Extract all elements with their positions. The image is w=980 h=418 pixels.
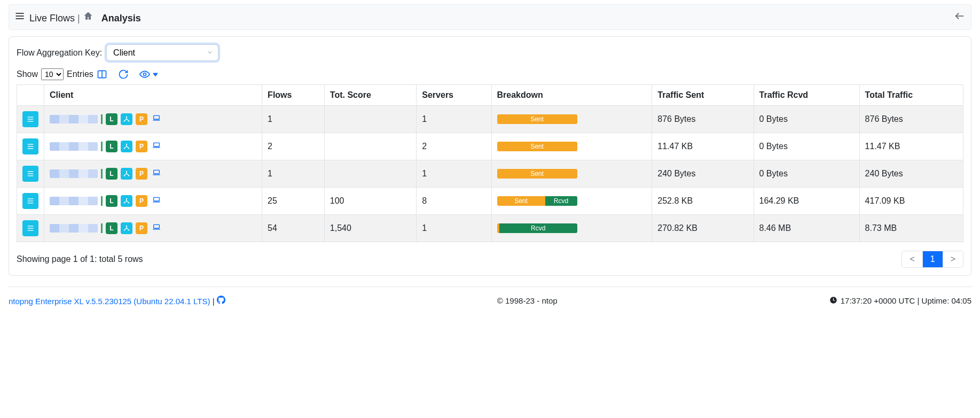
row-details-button[interactable] (22, 111, 38, 127)
pager-summary: Showing page 1 of 1: total 5 rows (17, 254, 143, 264)
svg-marker-7 (153, 73, 158, 77)
cell-rcvd: 164.29 KB (754, 188, 859, 215)
show-prefix: Show (17, 69, 38, 79)
share-icon[interactable] (121, 195, 132, 207)
aggregation-label: Flow Aggregation Key: (17, 48, 102, 58)
flow-table: ClientFlowsTot. ScoreServersBreakdownTra… (17, 84, 963, 242)
cell-flows: 1 (262, 106, 325, 133)
svg-point-11 (126, 117, 127, 118)
clock-text: 17:37:20 +0000 UTC | Uptime: 04:05 (841, 296, 971, 305)
table-row: LP22Sent11.47 KB0 Bytes11.47 KB (17, 133, 963, 160)
badge-local[interactable]: L (106, 222, 117, 234)
cell-breakdown: Sent (491, 106, 652, 133)
column-header[interactable] (17, 85, 44, 106)
clock-icon (829, 296, 837, 306)
refresh-icon[interactable] (118, 69, 129, 80)
version-link[interactable]: ntopng Enterprise XL v.5.5.230125 (Ubunt… (9, 297, 210, 306)
row-details-button[interactable] (22, 138, 38, 154)
badge-p[interactable]: P (136, 113, 147, 125)
badge-p[interactable]: P (136, 195, 147, 207)
github-icon[interactable] (217, 297, 225, 306)
svg-rect-30 (154, 170, 160, 174)
cell-breakdown: Sent (491, 133, 652, 160)
column-header[interactable]: Total Traffic (859, 85, 963, 106)
cell-flows: 25 (262, 188, 325, 215)
client-address[interactable] (50, 115, 98, 123)
breadcrumb: Live Flows | Analysis (29, 11, 141, 24)
share-icon[interactable] (121, 168, 132, 180)
visibility-dropdown[interactable] (139, 69, 161, 80)
client-address[interactable] (50, 197, 98, 205)
cell-total: 240 Bytes (859, 160, 963, 188)
column-header[interactable]: Client (44, 85, 262, 106)
share-icon[interactable] (121, 222, 132, 234)
column-header[interactable]: Tot. Score (324, 85, 416, 106)
cell-sent: 240 Bytes (652, 160, 754, 188)
client-address[interactable] (50, 142, 98, 151)
table-row: LP251008SentRcvd252.8 KB164.29 KB417.09 … (17, 188, 963, 215)
cell-rcvd: 0 Bytes (754, 160, 859, 188)
client-address[interactable] (50, 169, 98, 178)
laptop-icon[interactable] (151, 114, 162, 125)
laptop-icon[interactable] (151, 196, 162, 206)
page-size-select[interactable]: 10 (41, 68, 64, 80)
cell-flows: 2 (262, 133, 325, 160)
breadcrumb-section[interactable]: Live Flows (29, 13, 75, 24)
cell-rcvd: 0 Bytes (754, 106, 859, 133)
column-header[interactable]: Servers (417, 85, 491, 106)
cell-score: 1,540 (324, 215, 416, 242)
row-details-button[interactable] (22, 220, 38, 236)
cell-total: 11.47 KB (859, 133, 963, 160)
cell-flows: 54 (262, 215, 325, 242)
cell-servers: 1 (417, 215, 491, 242)
cell-servers: 2 (417, 133, 491, 160)
svg-point-27 (126, 171, 127, 172)
laptop-icon[interactable] (151, 141, 162, 152)
status-bar (101, 196, 103, 206)
aggregation-select[interactable]: Client (106, 44, 218, 61)
row-details-button[interactable] (22, 166, 38, 182)
breakdown-bar: Sent (497, 114, 577, 124)
pager: < 1 > (901, 251, 963, 268)
badge-p[interactable]: P (136, 141, 147, 152)
pager-next[interactable]: > (943, 251, 963, 267)
status-bar (101, 114, 103, 124)
back-icon[interactable] (954, 10, 966, 24)
home-icon[interactable] (83, 11, 93, 21)
columns-icon[interactable] (97, 69, 107, 80)
column-header[interactable]: Traffic Rcvd (754, 85, 859, 106)
pager-prev[interactable]: < (902, 251, 922, 267)
cell-servers: 1 (417, 160, 491, 188)
client-address[interactable] (50, 224, 98, 233)
svg-rect-14 (154, 115, 160, 119)
table-row: LP11Sent240 Bytes0 Bytes240 Bytes (17, 160, 963, 188)
status-bar (101, 142, 103, 151)
cell-sent: 876 Bytes (652, 106, 754, 133)
badge-p[interactable]: P (136, 222, 147, 234)
badge-local[interactable]: L (106, 195, 117, 207)
cell-breakdown: SentRcvd (491, 188, 652, 215)
breakdown-bar: Rcvd (497, 223, 577, 233)
svg-point-35 (126, 198, 127, 199)
column-header[interactable]: Breakdown (491, 85, 652, 106)
cell-rcvd: 8.46 MB (754, 215, 859, 242)
badge-local[interactable]: L (106, 168, 117, 180)
share-icon[interactable] (121, 113, 132, 125)
cell-total: 876 Bytes (859, 106, 963, 133)
cell-score: 100 (324, 188, 416, 215)
svg-rect-38 (154, 197, 160, 201)
laptop-icon[interactable] (151, 168, 162, 179)
share-icon[interactable] (121, 141, 132, 152)
laptop-icon[interactable] (151, 223, 162, 234)
table-row: LP11Sent876 Bytes0 Bytes876 Bytes (17, 106, 963, 133)
column-header[interactable]: Traffic Sent (652, 85, 754, 106)
badge-local[interactable]: L (106, 113, 117, 125)
badge-p[interactable]: P (136, 168, 147, 180)
badge-local[interactable]: L (106, 141, 117, 152)
main-card: Flow Aggregation Key: Client Show 10 Ent… (9, 36, 971, 276)
menu-icon[interactable] (14, 11, 25, 24)
row-details-button[interactable] (22, 193, 38, 209)
pager-current[interactable]: 1 (922, 251, 943, 267)
column-header[interactable]: Flows (262, 85, 325, 106)
page-footer: ntopng Enterprise XL v.5.5.230125 (Ubunt… (9, 287, 971, 306)
